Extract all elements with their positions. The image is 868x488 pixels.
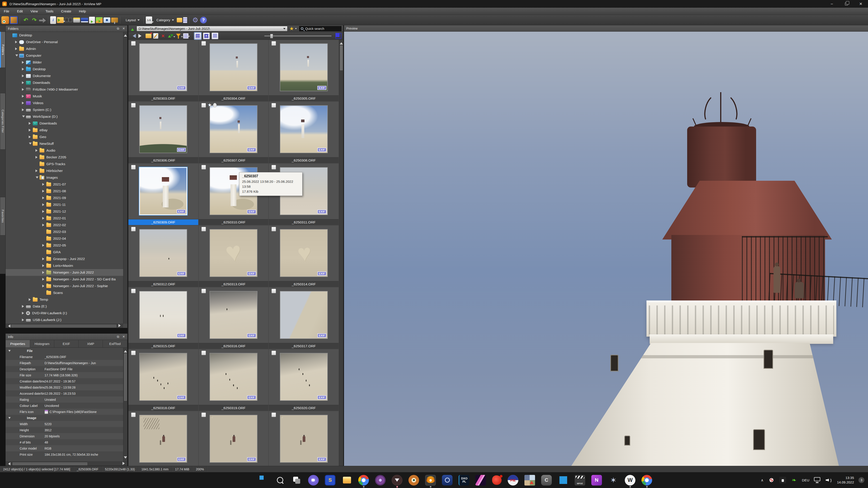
- thumbnail-filename[interactable]: _6250308.ORF: [269, 157, 339, 163]
- folder-tree-item[interactable]: Desktop: [6, 32, 127, 39]
- preview-pane-toggle[interactable]: [336, 33, 341, 39]
- thumbnail-cell[interactable]: EXIF _6250318.ORF: [128, 349, 199, 411]
- folder-tree-item[interactable]: 2021-12: [6, 208, 127, 215]
- chevron-down-icon[interactable]: [283, 28, 285, 29]
- view-list-button[interactable]: [212, 33, 218, 39]
- folder-tree-item[interactable]: Downloads: [6, 120, 127, 127]
- thumbnail-cell[interactable]: EXIF _6250316.ORF: [199, 287, 269, 349]
- thumbnail-filename[interactable]: _6250306.ORF: [128, 157, 198, 163]
- folder-tree-item[interactable]: Musik: [6, 93, 127, 100]
- taskbar-app-thunderbird[interactable]: [392, 475, 402, 486]
- folder-tree-item[interactable]: System (C:): [6, 106, 127, 113]
- expander-icon[interactable]: [41, 203, 46, 206]
- thumbnail-cell[interactable]: EXIF ★ _6250307.ORF: [199, 102, 269, 164]
- folder-tree-item[interactable]: GRA: [6, 249, 127, 256]
- thumbnail-filename[interactable]: _6250309.ORF: [128, 219, 198, 225]
- expander-icon[interactable]: [35, 169, 39, 172]
- compare-button[interactable]: [81, 18, 88, 22]
- expander-icon[interactable]: [35, 149, 39, 152]
- expander-icon[interactable]: [41, 258, 46, 260]
- tray-greenshot-icon[interactable]: [791, 477, 798, 484]
- taskbar-app-digital-pie[interactable]: PIE: [508, 475, 518, 486]
- taskbar-app-wolf[interactable]: ✶: [608, 475, 619, 486]
- thumbnail-checkbox[interactable]: [131, 227, 135, 231]
- folder-tree-item[interactable]: Downloads: [6, 79, 127, 86]
- side-tab[interactable]: Folders: [0, 32, 5, 68]
- folder-tree-item[interactable]: Videos: [6, 100, 127, 106]
- volume-icon[interactable]: [826, 477, 833, 483]
- scrollbar-thumb[interactable]: [124, 353, 127, 401]
- thumbnail-image[interactable]: EXIF: [210, 105, 257, 153]
- category-folder-button[interactable]: [177, 18, 182, 22]
- info-horizontal-scrollbar[interactable]: [6, 462, 127, 466]
- folder-tree-item[interactable]: Bilder: [6, 59, 127, 66]
- rating-dropdown[interactable]: 1-5: [146, 17, 152, 24]
- title-bar[interactable]: D:\NewStuff\Images\Norwegen - Juni-Juli …: [0, 0, 868, 8]
- view-thumbnails-button[interactable]: [194, 33, 201, 39]
- thumbnail-cell[interactable]: EXIF: [199, 411, 269, 466]
- thumbnail-filename[interactable]: _6250314.ORF: [269, 281, 339, 287]
- thumbnail-checkbox[interactable]: [202, 413, 206, 417]
- thumbnail-image[interactable]: EXIF: [280, 415, 328, 463]
- thumbnail-image[interactable]: EXIF: [139, 291, 187, 339]
- folder-tree-item[interactable]: Data (E:): [6, 303, 127, 310]
- thumbnail-checkbox[interactable]: [202, 351, 206, 355]
- thumbnail-cell[interactable]: EXIF _6250306.ORF: [128, 102, 199, 164]
- float-panel-icon[interactable]: ⧉: [117, 335, 119, 339]
- taskbar-start-button[interactable]: [259, 476, 269, 485]
- folder-tree-item[interactable]: Dokumente: [6, 72, 127, 79]
- info-vertical-scrollbar[interactable]: [123, 348, 127, 462]
- expander-icon[interactable]: [14, 53, 19, 58]
- taskbar-app-cu[interactable]: C: [541, 475, 552, 486]
- thumbnail-filename[interactable]: _6250319.ORF: [199, 405, 269, 411]
- tray-speaker-app-icon[interactable]: [779, 477, 786, 484]
- view-thumbnails-labels-button[interactable]: [203, 33, 210, 39]
- help-button[interactable]: ?: [200, 17, 207, 24]
- forward-button[interactable]: [138, 33, 144, 39]
- layout-dropdown[interactable]: Layout: [122, 17, 142, 24]
- folder-tree-item[interactable]: Scans: [6, 289, 127, 296]
- scroll-right-icon[interactable]: [123, 462, 126, 465]
- toolbar-separator[interactable]: [120, 17, 120, 24]
- thumbnail-image[interactable]: EXIF: [280, 353, 328, 401]
- scroll-up-icon[interactable]: [124, 349, 127, 352]
- folder-tree-item[interactable]: Admin: [6, 45, 127, 52]
- thumbnail-cell[interactable]: EXIF _6250303.ORF: [128, 40, 199, 102]
- address-bar[interactable]: D:\NewStuff\Images\Norwegen - Juni-Juli …: [136, 26, 287, 31]
- thumbnail-checkbox[interactable]: [272, 41, 276, 46]
- folder-tree-item[interactable]: Norwegen - Juni-Juli 2022 - SD Card Ba: [6, 276, 127, 283]
- expander-icon[interactable]: [41, 217, 46, 220]
- thumbnail-image[interactable]: EXIF: [210, 415, 257, 463]
- folder-tree-item[interactable]: 2021-08: [6, 188, 127, 195]
- thumbnail-cell[interactable]: EXIF: [128, 411, 199, 466]
- thumbnail-filename[interactable]: _6250304.ORF: [199, 95, 269, 101]
- category-sort-button[interactable]: [183, 17, 187, 23]
- folder-tree-item[interactable]: 2022-04: [6, 235, 127, 242]
- expander-icon[interactable]: [14, 41, 19, 43]
- taskbar-app-meet[interactable]: [308, 475, 319, 486]
- expander-icon[interactable]: [35, 175, 39, 180]
- folder-tree-item[interactable]: 2021-07: [6, 181, 127, 188]
- expander-icon[interactable]: [28, 141, 33, 146]
- expander-icon[interactable]: [21, 61, 26, 64]
- menu-item[interactable]: File: [0, 8, 13, 15]
- thumbnail-image[interactable]: EXIF: [280, 105, 328, 153]
- new-folder-button[interactable]: [146, 34, 151, 38]
- favorites-star-button[interactable]: ★: [289, 26, 297, 32]
- taskbar-app-chrome-2[interactable]: [642, 475, 652, 486]
- network-icon[interactable]: [814, 477, 821, 483]
- folder-tree-item[interactable]: Desktop: [6, 66, 127, 72]
- taskbar-app-explorer[interactable]: [342, 475, 352, 486]
- expander-icon[interactable]: [41, 210, 46, 213]
- thumbnail-checkbox[interactable]: [272, 165, 276, 169]
- taskbar-app-tor[interactable]: [375, 475, 385, 486]
- scrollbar-thumb[interactable]: [340, 45, 343, 70]
- folder-tree-item[interactable]: WorkSpace (D:): [6, 113, 127, 120]
- expander-icon[interactable]: [21, 68, 26, 70]
- expander-icon[interactable]: [28, 129, 33, 131]
- thumbnail-size-slider[interactable]: [264, 35, 332, 37]
- tag-button[interactable]: [111, 18, 118, 23]
- thumbnail-checkbox[interactable]: [202, 165, 206, 169]
- info-tab[interactable]: ExifTool: [103, 340, 127, 348]
- taskbar-app-camera[interactable]: [442, 475, 453, 486]
